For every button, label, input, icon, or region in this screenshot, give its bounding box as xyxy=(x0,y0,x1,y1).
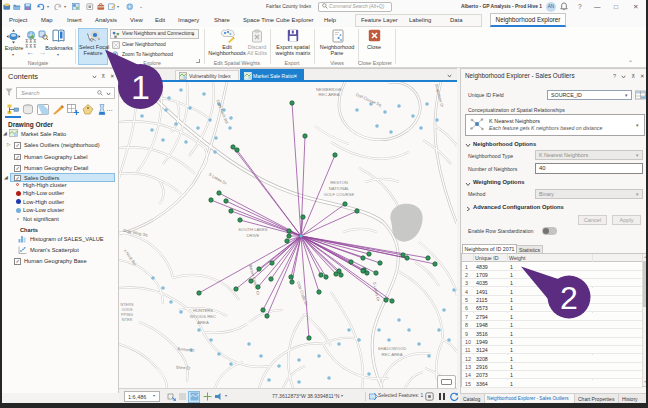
svg-text:RESTON: RESTON xyxy=(330,180,347,185)
svg-text:DRIVE: DRIVE xyxy=(247,233,260,238)
svg-text:NTER: NTER xyxy=(122,318,133,322)
svg-text:SHADOWOOD: SHADOWOOD xyxy=(378,346,406,351)
svg-text:HUNTERS: HUNTERS xyxy=(193,308,213,313)
svg-text:NATIONAL: NATIONAL xyxy=(329,186,350,191)
svg-text:GOLF COURSE: GOLF COURSE xyxy=(324,192,355,197)
svg-text:SOUTH LAKES: SOUTH LAKES xyxy=(238,227,268,232)
svg-text:Shire Ct: Shire Ct xyxy=(176,365,192,371)
svg-text:Dr: Dr xyxy=(123,98,128,103)
svg-text:REC AREA: REC AREA xyxy=(318,92,339,97)
svg-text:NTERS: NTERS xyxy=(121,303,134,307)
svg-text:REC AREA: REC AREA xyxy=(381,352,402,357)
svg-text:PPING: PPING xyxy=(121,313,133,317)
svg-text:WOODS REC: WOODS REC xyxy=(190,314,216,319)
svg-text:OODS: OODS xyxy=(121,308,133,312)
svg-text:AREA: AREA xyxy=(197,320,209,325)
